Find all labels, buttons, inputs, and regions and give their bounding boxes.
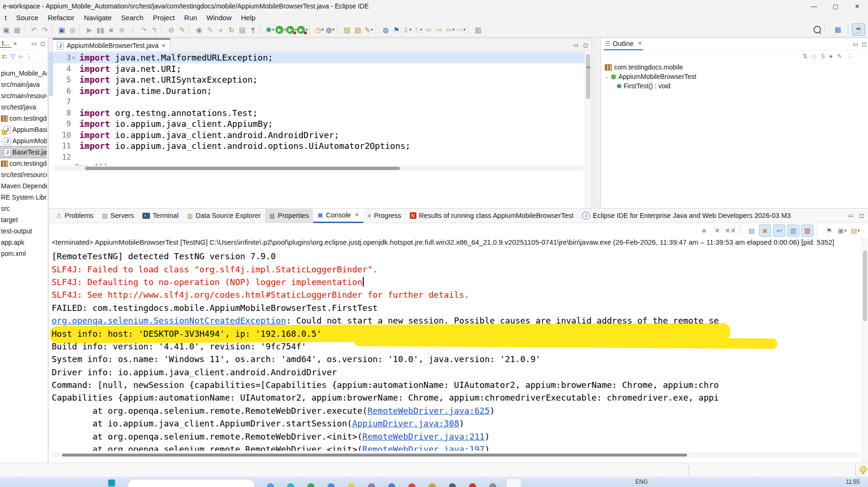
maximize-view-icon[interactable]: ◻ <box>583 42 588 48</box>
editor-horizontal-scrollbar[interactable] <box>54 166 583 171</box>
stack-trace-link[interactable]: RemoteWebDriver.java:197 <box>362 444 485 451</box>
tab-console[interactable]: ▣Console✕ <box>313 208 363 223</box>
skip-breakpoints-icon[interactable]: ⊘ <box>166 24 177 35</box>
stack-trace-link[interactable]: RemoteWebDriver.java:211 <box>362 432 485 441</box>
open-resource-icon[interactable]: ▧ <box>352 24 363 35</box>
tab-properties[interactable]: ▦Properties <box>265 209 313 223</box>
step-over-icon[interactable]: ↷ <box>138 24 149 35</box>
breakpoint-view-icon[interactable]: ◉ <box>194 24 204 35</box>
tab-terminal[interactable]: >_Terminal <box>138 209 183 223</box>
tree-item[interactable]: src <box>0 203 47 214</box>
editor-tab[interactable]: J AppiumMobileBrowserTest.java ✕ <box>53 39 170 51</box>
taskbar-app-icon[interactable] <box>449 483 456 487</box>
stack-trace-link[interactable]: org.openqa.selenium.SessionNotCreatedExc… <box>52 316 286 325</box>
show-stderr-icon[interactable]: ▥ <box>801 224 813 237</box>
console-horizontal-scrollbar[interactable] <box>52 452 859 458</box>
back-icon[interactable]: ⇦▾ <box>445 24 456 35</box>
tab-problems[interactable]: ⚠Problems <box>52 209 98 223</box>
taskbar-overflow-button[interactable] <box>507 479 521 487</box>
run-icon[interactable]: ▶▾ <box>275 24 286 35</box>
dropdown-arrow-icon[interactable]: ▾ <box>845 228 847 233</box>
code-line[interactable]: 8import org.testng.annotations.Test; <box>49 108 592 119</box>
code-line[interactable]: 3⊖import java.net.MalformedURLException; <box>49 52 592 63</box>
word-wrap-icon[interactable]: ↩ <box>773 224 785 237</box>
scrollbar-thumb[interactable] <box>62 454 687 456</box>
code-line[interactable]: 12 <box>49 152 592 163</box>
outline-tab[interactable]: ☰ Outline ✕ <box>604 38 643 50</box>
scroll-lock-icon[interactable]: ◙ <box>759 224 771 237</box>
open-perspective-icon[interactable]: ▦ <box>832 24 844 35</box>
lightbulb-icon[interactable] <box>860 466 867 473</box>
code-line[interactable]: 6import java.time.Duration; <box>49 85 592 97</box>
outline-item[interactable]: com.testingdocs.mobile <box>601 62 868 72</box>
outline-item[interactable]: ⌄AppiumMobileBrowserTest <box>601 72 868 81</box>
back-history-icon[interactable]: ⇦ <box>423 24 434 35</box>
menu-item-run[interactable]: Run <box>180 14 202 22</box>
collapse-all-icon[interactable]: ⇇ <box>2 53 8 60</box>
taskbar-app-icon[interactable] <box>328 483 335 487</box>
tree-item[interactable]: com.testingdoc <box>0 113 47 124</box>
forward-icon[interactable]: ⇨▾ <box>456 24 467 35</box>
last-edit-location-icon[interactable]: ▥ <box>473 24 484 35</box>
menu-item-search[interactable]: Search <box>117 14 149 22</box>
dropdown-arrow-icon[interactable]: ▾ <box>321 27 324 32</box>
maximize-view-icon[interactable]: ◻ <box>859 212 864 219</box>
open-console-icon[interactable]: ▤▾ <box>850 225 861 236</box>
minimize-view-icon[interactable]: ▭ <box>31 40 37 47</box>
minimize-view-icon[interactable]: ▭ <box>853 41 858 47</box>
minimize-view-icon[interactable]: ▭ <box>848 212 853 219</box>
hide-fields-icon[interactable]: ◇ <box>812 53 817 60</box>
fold-icon[interactable]: ⊖ <box>72 54 78 61</box>
menu-item-t[interactable]: t <box>0 14 11 22</box>
maximize-view-icon[interactable]: ◻ <box>862 41 867 47</box>
tree-item[interactable]: src/main/java <box>0 79 47 90</box>
code-line[interactable]: 10import io.appium.java_client.android.A… <box>49 130 592 141</box>
tree-item[interactable]: test-output <box>0 225 47 237</box>
close-icon[interactable]: ✕ <box>161 43 165 49</box>
resume-icon[interactable]: ▶ <box>84 24 95 35</box>
sort-icon[interactable]: ⇅ <box>803 53 808 60</box>
redo-icon[interactable]: ↷ <box>39 24 50 35</box>
dropdown-arrow-icon[interactable]: ▾ <box>409 27 412 32</box>
tree-item[interactable]: app.apk <box>0 237 47 248</box>
close-button[interactable]: ✕ <box>846 0 868 12</box>
browser-icon[interactable]: ◍ <box>380 24 391 35</box>
dropdown-arrow-icon[interactable]: ▾ <box>332 27 335 32</box>
step-return-icon[interactable]: ↰ <box>149 24 160 35</box>
scrollbar-thumb[interactable] <box>863 251 867 321</box>
taskbar-app-icon[interactable] <box>287 483 294 487</box>
terminate-icon[interactable]: ■ <box>698 225 710 236</box>
menu-item-refactor[interactable]: Refactor <box>43 14 79 22</box>
tree-item[interactable]: RE System Library <box>0 192 47 203</box>
remove-all-launches-icon[interactable]: ✕✕ <box>725 225 736 236</box>
expander-icon[interactable]: › <box>1 139 2 144</box>
pin-editor-icon[interactable]: ◎ <box>67 24 78 35</box>
drop-to-frame-icon[interactable]: ✎ <box>177 24 188 35</box>
dropdown-arrow-icon[interactable]: ▾ <box>371 27 373 32</box>
pin-console-icon[interactable]: ⚑ <box>823 225 835 236</box>
expander-icon[interactable]: › <box>1 150 2 155</box>
menu-item-navigate[interactable]: Navigate <box>79 14 116 22</box>
refresh-icon[interactable]: ↻ <box>226 24 237 35</box>
open-console-icon[interactable]: ▣ <box>56 24 67 35</box>
taskbar-app-icon[interactable] <box>348 483 355 487</box>
tree-item[interactable]: ›JBaseTest.jav <box>0 147 47 158</box>
taskbar-app-icon[interactable] <box>489 483 496 487</box>
tree-item[interactable]: src/test/resources <box>0 169 47 180</box>
taskbar-app-icon[interactable] <box>267 483 274 487</box>
mark-occurrences-icon[interactable]: ✎ <box>204 24 215 35</box>
previous-annotation-icon[interactable]: ⇧▾ <box>413 24 423 35</box>
remove-launch-icon[interactable]: ✕ <box>712 225 723 236</box>
new-wizard-icon[interactable]: ▣ <box>1 24 12 35</box>
filter-icon[interactable]: ▽ <box>10 53 16 60</box>
display-console-icon[interactable]: ▣▾ <box>837 225 848 236</box>
dropdown-arrow-icon[interactable]: ▾ <box>453 27 455 32</box>
scrollbar-thumb[interactable] <box>85 167 400 170</box>
tree-item[interactable]: src/test/java <box>0 101 47 113</box>
coverage-icon[interactable]: ▶▾ <box>286 24 297 35</box>
new-java-project-icon[interactable]: ◷▾ <box>314 24 325 35</box>
package-explorer-tab[interactable]: t... <box>0 39 11 48</box>
console-view-icon[interactable]: ▤ <box>237 24 248 35</box>
forward-history-icon[interactable]: ⇨ <box>434 24 445 35</box>
tree-item[interactable]: target <box>0 214 47 225</box>
